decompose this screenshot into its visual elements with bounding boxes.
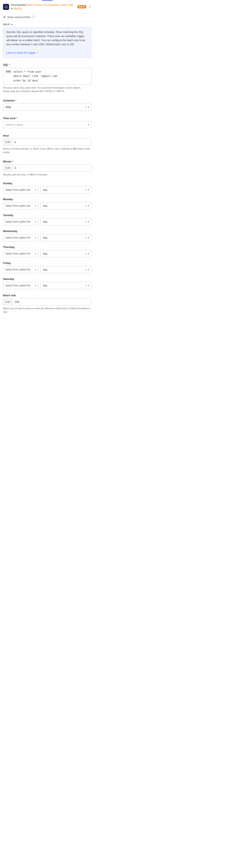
day-section-sunday: SundaySelect from option list▾Yes×▾ xyxy=(0,180,94,196)
day-row-monday: Select from option list▾Yes×▾ xyxy=(3,202,91,210)
day-label-saturday: Saturday xyxy=(3,278,91,281)
app-icon xyxy=(3,4,9,10)
day-option-arrow-friday: ▾ xyxy=(35,268,36,271)
day-clear-btn-friday[interactable]: × xyxy=(84,268,88,271)
help-toggle[interactable]: HELP ▲ xyxy=(3,23,91,26)
optional-fields-row: 👁 Show optional fields ? xyxy=(0,13,94,21)
batch-size-input[interactable] xyxy=(12,299,91,305)
day-option-select-friday[interactable]: Select from option list▾ xyxy=(3,266,38,273)
day-clear-btn-saturday[interactable]: × xyxy=(84,284,88,287)
schedule-required-mark: * xyxy=(15,99,16,102)
schedule-select[interactable]: daily × ▾ xyxy=(3,103,91,111)
sql-line1: select * from user xyxy=(13,70,89,74)
day-value-select-thursday[interactable]: Yes×▾ xyxy=(40,250,91,257)
day-value-wednesday: Yes xyxy=(43,236,84,240)
day-option-text-wednesday: Select from option list xyxy=(5,236,35,239)
day-value-select-saturday[interactable]: Yes×▾ xyxy=(40,282,91,289)
close-button[interactable]: × xyxy=(88,4,91,10)
sql-wrapper: ABC select * from user where email like … xyxy=(3,68,91,85)
day-value-select-tuesday[interactable]: Yes×▾ xyxy=(40,218,91,225)
day-row-sunday: Select from option list▾Yes×▾ xyxy=(3,186,91,193)
day-value-tuesday: Yes xyxy=(43,220,84,223)
day-clear-btn-tuesday[interactable]: × xyxy=(84,220,88,223)
day-option-select-saturday[interactable]: Select from option list▾ xyxy=(3,282,38,289)
day-label-thursday: Thursday xyxy=(3,246,91,249)
day-option-arrow-sunday: ▾ xyxy=(35,188,36,191)
day-value-select-monday[interactable]: Yes×▾ xyxy=(40,202,91,210)
header-text: New/updated batch of rows via scheduled … xyxy=(11,3,76,10)
timezone-required-mark: * xyxy=(16,117,17,120)
day-option-select-tuesday[interactable]: Select from option list▾ xyxy=(3,218,38,225)
day-row-friday: Select from option list▾Yes×▾ xyxy=(3,266,91,273)
day-value-select-sunday[interactable]: Yes×▾ xyxy=(40,186,91,193)
day-label-wednesday: Wednesday xyxy=(3,230,91,233)
day-option-select-wednesday[interactable]: Select from option list▾ xyxy=(3,234,38,241)
minute-hint: Minutes past the hour, i.e 00 for 0 minu… xyxy=(3,173,91,177)
optional-fields-help-icon[interactable]: ? xyxy=(32,16,35,19)
day-option-select-monday[interactable]: Select from option list▾ xyxy=(3,202,38,210)
day-value-select-friday[interactable]: Yes×▾ xyxy=(40,266,91,273)
day-section-thursday: ThursdaySelect from option list▾Yes×▾ xyxy=(0,244,94,260)
timezone-select[interactable]: Select a value ▾ xyxy=(3,121,91,128)
hour-prefix: 0.00 xyxy=(3,139,12,145)
sql-section: SQL * ABC select * from user where email… xyxy=(0,61,94,95)
day-arrow-monday: ▾ xyxy=(88,204,89,207)
svg-rect-2 xyxy=(4,7,6,8)
days-container: SundaySelect from option list▾Yes×▾Monda… xyxy=(0,180,94,292)
day-clear-btn-wednesday[interactable]: × xyxy=(84,236,88,240)
show-optional-fields-link[interactable]: Show optional fields xyxy=(7,16,30,19)
header-db-link[interactable]: MySQL xyxy=(13,7,22,10)
sql-type-badge: ABC xyxy=(5,70,12,73)
minute-required-mark: * xyxy=(11,160,13,163)
sql-line3: order by id desc xyxy=(13,79,89,83)
help-content: Execute SQL query on specified schedule.… xyxy=(3,27,91,58)
day-label-monday: Monday xyxy=(3,198,91,201)
help-toggle-label: HELP xyxy=(3,23,10,26)
day-row-saturday: Select from option list▾Yes×▾ xyxy=(3,282,91,289)
batch-size-input-container: 0.00 xyxy=(3,298,91,305)
day-option-text-thursday: Select from option list xyxy=(5,252,35,255)
eye-icon: 👁 xyxy=(3,16,6,19)
hour-input-container: 0.00 xyxy=(3,138,91,146)
timezone-arrow-icon: ▾ xyxy=(88,123,89,126)
day-arrow-friday: ▾ xyxy=(88,268,89,271)
day-arrow-thursday: ▾ xyxy=(88,252,89,255)
help-section: HELP ▲ Execute SQL query on specified sc… xyxy=(0,21,94,61)
day-arrow-wednesday: ▾ xyxy=(88,236,89,239)
day-option-text-monday: Select from option list xyxy=(5,204,35,207)
svg-rect-1 xyxy=(6,5,7,7)
day-option-text-tuesday: Select from option list xyxy=(5,220,35,223)
header-sql-link[interactable]: scheduled custom SQL xyxy=(47,3,74,6)
minute-input[interactable] xyxy=(12,165,91,171)
day-value-select-wednesday[interactable]: Yes×▾ xyxy=(40,234,91,241)
schedule-clear-btn[interactable]: × xyxy=(84,105,88,109)
batch-size-section: Batch size 0.00 Batch size of rows to re… xyxy=(0,292,94,316)
header-link[interactable]: batch of rows via xyxy=(27,3,46,6)
batch-size-hint: Batch size of rows to return in each job… xyxy=(3,307,91,314)
timezone-section: Time zone * Select a value ▾ xyxy=(0,115,94,130)
day-clear-btn-sunday[interactable]: × xyxy=(84,188,88,192)
sql-input-container[interactable]: ABC select * from user where email like … xyxy=(3,68,91,85)
day-option-text-saturday: Select from option list xyxy=(5,284,35,287)
day-row-tuesday: Select from option list▾Yes×▾ xyxy=(3,218,91,225)
minute-label: Minute * xyxy=(3,160,91,163)
day-row-wednesday: Select from option list▾Yes×▾ xyxy=(3,234,91,241)
sql-required-mark: * xyxy=(8,63,10,66)
day-option-select-thursday[interactable]: Select from option list▾ xyxy=(3,250,38,257)
svg-rect-3 xyxy=(6,7,7,8)
day-clear-btn-thursday[interactable]: × xyxy=(84,252,88,255)
day-value-thursday: Yes xyxy=(43,252,84,255)
day-value-monday: Yes xyxy=(43,204,84,208)
sql-hint1: Put your native SQL query here. Try to p… xyxy=(3,86,91,90)
timezone-placeholder: Select a value xyxy=(5,123,88,126)
day-clear-btn-monday[interactable]: × xyxy=(84,204,88,208)
learn-link[interactable]: Learn to setup this trigger ↗ xyxy=(6,51,38,54)
day-option-text-sunday: Select from option list xyxy=(5,188,35,191)
batch-badge: Batch xyxy=(78,5,86,8)
hour-input[interactable] xyxy=(12,139,91,146)
sql-content: select * from user where email like '%gm… xyxy=(13,70,89,83)
day-option-select-sunday[interactable]: Select from option list▾ xyxy=(3,186,38,193)
day-value-sunday: Yes xyxy=(43,188,84,192)
day-value-saturday: Yes xyxy=(43,284,84,287)
batch-size-label: Batch size xyxy=(3,294,91,297)
